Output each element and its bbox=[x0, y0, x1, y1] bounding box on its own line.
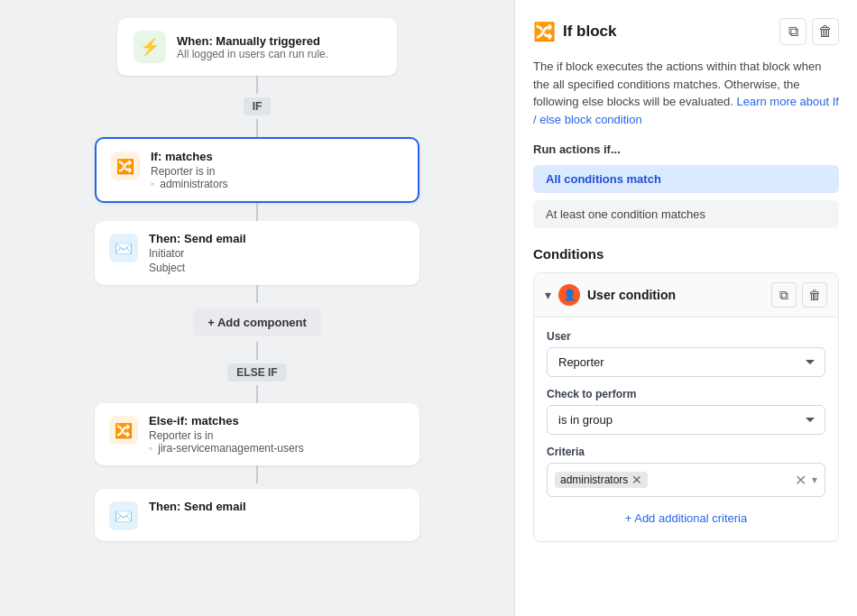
user-form-group: User Reporter bbox=[547, 330, 825, 377]
trigger-title: When: Manually triggered bbox=[177, 34, 328, 48]
connector-line bbox=[256, 203, 258, 221]
delete-panel-button[interactable]: 🗑 bbox=[812, 18, 839, 45]
if-card-icon: 🔀 bbox=[111, 152, 140, 180]
criteria-tag-remove-button[interactable]: ✕ bbox=[631, 473, 642, 486]
check-label: Check to perform bbox=[547, 388, 825, 400]
conditions-section-title: Conditions bbox=[533, 246, 839, 262]
all-conditions-button[interactable]: All conditions match bbox=[533, 165, 839, 193]
else-if-card-title: Else-if: matches bbox=[149, 414, 304, 428]
condition-card-body: User Reporter Check to perform is in gro… bbox=[534, 317, 838, 541]
criteria-tag: administrators ✕ bbox=[555, 472, 648, 488]
if-card-detail-text: administrators bbox=[160, 178, 227, 190]
else-if-card-sub: Reporter is in bbox=[149, 429, 304, 442]
condition-buttons: All conditions match At least one condit… bbox=[533, 165, 839, 228]
copy-panel-button[interactable]: ⧉ bbox=[779, 18, 806, 45]
panel-description: The if block executes the actions within… bbox=[533, 58, 839, 128]
condition-delete-button[interactable]: 🗑 bbox=[802, 282, 827, 308]
then-card[interactable]: ✉️ Then: Send email Initiator Subject bbox=[95, 221, 419, 285]
user-condition-icon: 👤 bbox=[558, 284, 580, 306]
check-form-group: Check to perform is in group bbox=[547, 388, 825, 435]
trigger-icon: ⚡ bbox=[134, 31, 166, 63]
criteria-label: Criteria bbox=[547, 446, 825, 458]
at-least-one-condition-button[interactable]: At least one condition matches bbox=[533, 200, 839, 228]
criteria-tag-text: administrators bbox=[560, 473, 628, 486]
user-condition-title: User condition bbox=[587, 288, 676, 302]
send-email-bottom-icon: ✉️ bbox=[109, 501, 138, 530]
send-email-bottom-title: Then: Send email bbox=[149, 500, 246, 513]
connector-line bbox=[256, 76, 258, 94]
trigger-subtitle: All logged in users can run rule. bbox=[177, 48, 328, 60]
if-block-icon: 🔀 bbox=[533, 21, 556, 42]
else-if-card-detail: jira-servicemanagement-users bbox=[149, 442, 304, 455]
then-card-line2: Subject bbox=[149, 262, 246, 274]
connector-line bbox=[256, 465, 258, 483]
if-card-sub: Reporter is in bbox=[151, 165, 228, 178]
else-if-card-icon: 🔀 bbox=[109, 416, 138, 445]
condition-card-header: ▾ 👤 User condition ⧉ 🗑 bbox=[534, 273, 838, 317]
check-select[interactable]: is in group bbox=[547, 405, 825, 435]
panel-header: 🔀 If block ⧉ 🗑 bbox=[533, 18, 839, 45]
condition-copy-button[interactable]: ⧉ bbox=[771, 282, 797, 308]
workflow-canvas: ⚡ When: Manually triggered All logged in… bbox=[0, 0, 514, 616]
criteria-clear-button[interactable]: ✕ bbox=[795, 472, 806, 489]
panel-title: If block bbox=[563, 23, 617, 41]
if-card-detail: administrators bbox=[151, 178, 228, 190]
else-if-card[interactable]: 🔀 Else-if: matches Reporter is in jira-s… bbox=[95, 403, 419, 465]
if-card-title: If: matches bbox=[151, 150, 228, 163]
user-condition-card: ▾ 👤 User condition ⧉ 🗑 User Reporter Che… bbox=[533, 272, 839, 542]
connector-line bbox=[256, 385, 258, 403]
if-card[interactable]: 🔀 If: matches Reporter is in administrat… bbox=[95, 137, 419, 203]
right-panel: 🔀 If block ⧉ 🗑 The if block executes the… bbox=[514, 0, 857, 616]
user-label: User bbox=[547, 330, 825, 343]
then-card-icon: ✉️ bbox=[109, 234, 138, 262]
add-criteria-button[interactable]: + Add additional criteria bbox=[547, 508, 825, 529]
criteria-chevron-button[interactable]: ▾ bbox=[812, 473, 817, 486]
panel-actions: ⧉ 🗑 bbox=[779, 18, 839, 45]
connector-line bbox=[256, 342, 258, 360]
add-component-button[interactable]: + Add component bbox=[193, 308, 321, 336]
criteria-field[interactable]: administrators ✕ ✕ ▾ bbox=[547, 463, 825, 497]
trigger-card[interactable]: ⚡ When: Manually triggered All logged in… bbox=[117, 18, 397, 76]
then-card-title: Then: Send email bbox=[149, 232, 246, 245]
else-if-card-detail-text: jira-servicemanagement-users bbox=[158, 442, 303, 455]
else-if-badge: ELSE IF bbox=[227, 363, 286, 382]
connector-line bbox=[256, 285, 258, 303]
then-card-line1: Initiator bbox=[149, 247, 246, 260]
criteria-form-group: Criteria administrators ✕ ✕ ▾ bbox=[547, 446, 825, 497]
condition-collapse-button[interactable]: ▾ bbox=[545, 288, 551, 302]
connector-line bbox=[256, 119, 258, 137]
send-email-bottom-card[interactable]: ✉️ Then: Send email bbox=[95, 489, 419, 541]
run-actions-label: Run actions if... bbox=[533, 143, 839, 156]
if-badge: IF bbox=[244, 97, 272, 115]
user-select[interactable]: Reporter bbox=[547, 347, 825, 377]
